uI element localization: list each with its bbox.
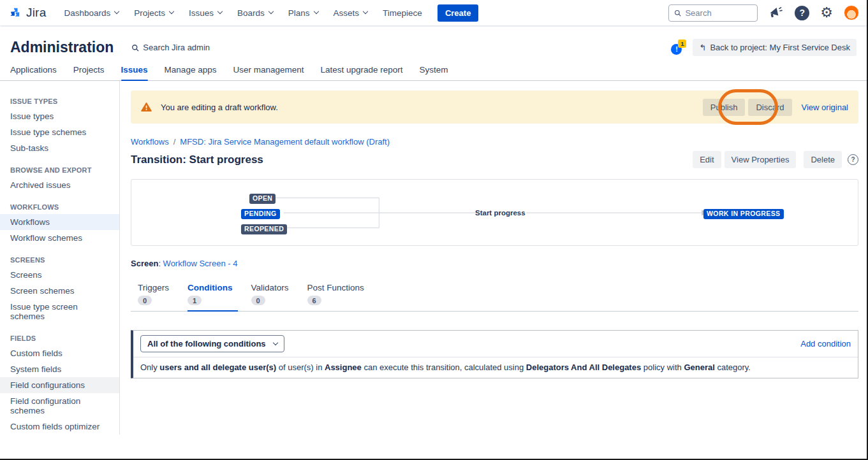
condition-text: Only users and all delegate user(s) of u… bbox=[133, 357, 858, 378]
sidebar-item-system-fields[interactable]: System fields bbox=[0, 361, 119, 377]
sidebar-section-issue-types: ISSUE TYPES bbox=[0, 87, 119, 108]
tab-label: Validators bbox=[251, 283, 289, 292]
sidebar-item-custom-fields[interactable]: Custom fields bbox=[0, 345, 119, 361]
draft-warning-message: You are editing a draft workflow. bbox=[161, 103, 278, 112]
sidebar-section-fields: FIELDS bbox=[0, 324, 119, 345]
nav-item-issues[interactable]: Issues bbox=[189, 8, 222, 18]
chevron-down-icon bbox=[313, 9, 318, 14]
sidebar-item-archived-issues[interactable]: Archived issues bbox=[0, 177, 119, 193]
nav-item-label: Projects bbox=[134, 8, 165, 18]
condition-group-dropdown[interactable]: All of the following conditions bbox=[140, 335, 284, 352]
tab-count-badge: 1 bbox=[188, 296, 202, 305]
app-window: Jira DashboardsProjectsIssuesBoardsPlans… bbox=[0, 0, 868, 460]
breadcrumb-workflows-link[interactable]: Workflows bbox=[131, 137, 169, 147]
return-arrow-icon: ↰ bbox=[699, 43, 706, 52]
megaphone-icon[interactable] bbox=[769, 6, 784, 20]
page-title: Administration bbox=[10, 39, 114, 56]
delete-button[interactable]: Delete bbox=[804, 151, 842, 168]
nav-item-assets[interactable]: Assets bbox=[334, 8, 368, 18]
sidebar-item-issue-type-schemes[interactable]: Issue type schemes bbox=[0, 124, 119, 140]
sidebar-item-field-configurations[interactable]: Field configurations bbox=[0, 377, 119, 393]
tab-post-functions[interactable]: Post Functions6 bbox=[307, 283, 364, 311]
admin-sidebar: ISSUE TYPESIssue typesIssue type schemes… bbox=[0, 81, 120, 435]
status-badge-open[interactable]: OPEN bbox=[249, 194, 276, 204]
breadcrumb-workflow-link[interactable]: MFSD: Jira Service Management default wo… bbox=[180, 137, 390, 147]
nav-item-plans[interactable]: Plans bbox=[288, 8, 318, 18]
main-nav: DashboardsProjectsIssuesBoardsPlansAsset… bbox=[64, 8, 422, 18]
global-search[interactable] bbox=[668, 4, 758, 22]
screen-row: Screen: Workflow Screen - 4 bbox=[131, 259, 858, 268]
avatar[interactable] bbox=[844, 5, 859, 20]
notification-badge: 1 bbox=[678, 40, 686, 48]
tab-label: Conditions bbox=[188, 283, 233, 292]
jira-logo[interactable]: Jira bbox=[9, 6, 46, 20]
sidebar-item-sub-tasks[interactable]: Sub-tasks bbox=[0, 140, 119, 156]
sidebar-item-screens[interactable]: Screens bbox=[0, 267, 119, 283]
tab-triggers[interactable]: Triggers0 bbox=[138, 283, 169, 311]
notification-icon[interactable]: ! 1 bbox=[671, 41, 685, 55]
admin-tab-latest-upgrade-report[interactable]: Latest upgrade report bbox=[320, 65, 402, 80]
nav-item-dashboards[interactable]: Dashboards bbox=[64, 8, 119, 18]
conditions-panel: All of the following conditions Add cond… bbox=[131, 330, 858, 378]
sidebar-item-issue-type-screen-schemes[interactable]: Issue type screen schemes bbox=[0, 299, 119, 324]
global-search-input[interactable] bbox=[685, 8, 752, 18]
view-properties-button[interactable]: View Properties bbox=[725, 151, 797, 168]
tab-validators[interactable]: Validators0 bbox=[251, 283, 289, 311]
gear-icon[interactable]: ⚙ bbox=[820, 6, 833, 20]
search-icon bbox=[131, 44, 139, 52]
top-navigation-bar: Jira DashboardsProjectsIssuesBoardsPlans… bbox=[0, 0, 867, 25]
nav-item-label: Dashboards bbox=[64, 8, 110, 18]
view-original-link[interactable]: View original bbox=[802, 103, 848, 112]
breadcrumb: Workflows / MFSD: Jira Service Managemen… bbox=[131, 137, 858, 147]
admin-tab-issues[interactable]: Issues bbox=[121, 65, 148, 80]
admin-tab-system[interactable]: System bbox=[420, 65, 448, 80]
chevron-down-icon bbox=[114, 9, 119, 14]
status-badge-work-in-progress[interactable]: WORK IN PROGRESS bbox=[703, 209, 784, 219]
chevron-down-icon bbox=[217, 9, 223, 14]
sidebar-item-issue-types[interactable]: Issue types bbox=[0, 108, 119, 124]
admin-tab-manage-apps[interactable]: Manage apps bbox=[165, 65, 217, 80]
add-condition-link[interactable]: Add condition bbox=[800, 339, 851, 349]
help-question-icon[interactable]: ? bbox=[848, 154, 858, 165]
nav-item-boards[interactable]: Boards bbox=[237, 8, 273, 18]
tab-count-badge: 0 bbox=[251, 296, 265, 305]
transition-title-row: Transition: Start progress EditView Prop… bbox=[131, 151, 858, 168]
admin-search[interactable]: Search Jira admin bbox=[131, 43, 210, 52]
create-button[interactable]: Create bbox=[438, 4, 478, 22]
sidebar-section-browse-and-export: BROWSE AND EXPORT bbox=[0, 156, 119, 177]
search-icon bbox=[674, 9, 681, 17]
chevron-down-icon bbox=[169, 9, 174, 14]
admin-tab-user-management[interactable]: User management bbox=[233, 65, 304, 80]
nav-item-timepiece[interactable]: Timepiece bbox=[383, 8, 422, 18]
tab-conditions[interactable]: Conditions1 bbox=[188, 283, 233, 311]
status-badge-pending[interactable]: PENDING bbox=[241, 209, 280, 219]
tab-label: Triggers bbox=[138, 283, 169, 292]
admin-tab-projects[interactable]: Projects bbox=[73, 65, 105, 80]
help-icon[interactable]: ? bbox=[795, 6, 809, 20]
sidebar-item-custom-fields-optimizer[interactable]: Custom fields optimizer bbox=[0, 419, 119, 435]
sidebar-item-screen-schemes[interactable]: Screen schemes bbox=[0, 283, 119, 299]
draft-warning-banner: You are editing a draft workflow. Publis… bbox=[131, 90, 858, 124]
status-badge-reopened[interactable]: REOPENED bbox=[241, 224, 287, 234]
transition-label: Start progress bbox=[475, 209, 526, 217]
jira-logo-icon bbox=[9, 6, 23, 20]
back-to-project-button[interactable]: ↰ Back to project: My First Service Desk bbox=[693, 39, 857, 56]
sidebar-item-workflows[interactable]: Workflows bbox=[0, 214, 119, 230]
publish-button[interactable]: Publish bbox=[703, 99, 746, 116]
nav-item-projects[interactable]: Projects bbox=[134, 8, 173, 18]
transition-tab-bar: Triggers0Conditions1Validators0Post Func… bbox=[131, 283, 858, 312]
sidebar-item-workflow-schemes[interactable]: Workflow schemes bbox=[0, 230, 119, 246]
transition-title: Transition: Start progress bbox=[131, 154, 263, 166]
admin-tab-applications[interactable]: Applications bbox=[10, 65, 57, 80]
nav-item-label: Assets bbox=[334, 8, 360, 18]
nav-item-label: Issues bbox=[189, 8, 214, 18]
sidebar-item-field-configuration-schemes[interactable]: Field configuration schemes bbox=[0, 393, 119, 419]
workflow-screen-link[interactable]: Workflow Screen - 4 bbox=[163, 259, 238, 268]
sidebar-section-workflows: WORKFLOWS bbox=[0, 193, 119, 214]
admin-tab-bar: ApplicationsProjectsIssuesManage appsUse… bbox=[0, 65, 867, 81]
jira-logo-text: Jira bbox=[26, 6, 46, 20]
nav-item-label: Boards bbox=[237, 8, 265, 18]
discard-button[interactable]: Discard bbox=[748, 99, 791, 116]
edit-button[interactable]: Edit bbox=[693, 151, 721, 168]
nav-item-label: Plans bbox=[288, 8, 310, 18]
